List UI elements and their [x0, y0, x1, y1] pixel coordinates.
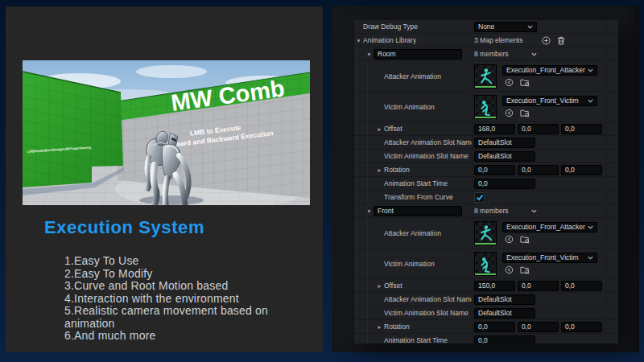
property-value-cell: DefaultSlot — [472, 293, 605, 306]
property-name-cell: ▾Animation Library — [354, 34, 472, 47]
property-row: ▸Rotation0,00,00,0 — [354, 320, 618, 334]
property-row: ▾Animation Library3 Map elements — [354, 34, 618, 47]
vector-component-input[interactable]: 0,0 — [474, 165, 515, 175]
asset-thumbnail[interactable] — [474, 64, 497, 88]
property-name-cell: Attacker Animation Slot Name — [354, 293, 472, 306]
vector-component-input[interactable]: 150,0 — [474, 281, 515, 291]
asset-name: Execution_Front_Victim — [506, 97, 579, 105]
asset-thumbnail[interactable] — [474, 221, 497, 245]
indent-guide — [357, 218, 365, 248]
map-elements-count: 3 Map elements — [474, 36, 522, 44]
asset-thumbnail[interactable] — [474, 252, 497, 276]
indent-guide — [357, 204, 365, 217]
text-value-input[interactable]: DefaultSlot — [474, 138, 535, 148]
property-row: Transform From Curve — [354, 191, 618, 204]
vector-component-input[interactable]: 0,0 — [561, 322, 602, 332]
figures-shadow — [139, 195, 204, 205]
text-value-input[interactable]: DefaultSlot — [474, 294, 535, 305]
browse-to-asset-icon[interactable] — [520, 235, 530, 244]
row-right-gutter — [605, 320, 618, 333]
vector-component-input[interactable]: 0,0 — [474, 322, 515, 332]
property-row: ▾Room8 members — [354, 47, 618, 61]
property-value-cell: 8 members — [472, 204, 605, 217]
property-label: Victim Animation Slot Name — [384, 152, 469, 160]
members-dropdown[interactable]: 8 members — [474, 50, 537, 58]
property-value-cell: DefaultSlot — [472, 136, 605, 149]
row-right-gutter — [605, 293, 618, 306]
property-value-cell: 0,00,00,0 — [472, 163, 605, 176]
vector-component-input[interactable]: 168,0 — [474, 124, 515, 134]
vector-component-input[interactable]: 0,0 — [561, 165, 602, 175]
feature-item: 1.Easy To Use — [64, 255, 308, 268]
property-row: Animation Start Time0,0 — [354, 334, 618, 343]
text-value-input[interactable]: DefaultSlot — [474, 308, 535, 319]
property-row: Attacker Animation Slot NameDefaultSlot — [354, 136, 618, 150]
expander-down-icon[interactable]: ▾ — [354, 37, 363, 44]
vector-component-input[interactable]: 0,0 — [518, 165, 559, 175]
vector-component-input[interactable]: 0,0 — [561, 281, 602, 291]
vector-component-input[interactable]: 0,0 — [518, 281, 559, 291]
property-name-cell: ▾Room — [354, 47, 472, 60]
use-selected-asset-icon[interactable] — [505, 235, 514, 244]
expander-right-icon[interactable]: ▸ — [375, 125, 384, 133]
browse-to-asset-icon[interactable] — [520, 265, 530, 274]
indent-guide — [367, 293, 375, 306]
expander-down-icon[interactable]: ▾ — [365, 51, 374, 58]
indent-guide — [367, 61, 375, 91]
indent-guide — [357, 334, 365, 343]
property-label: Offset — [384, 282, 402, 290]
vector-component-input[interactable]: 0,0 — [518, 322, 559, 332]
asset-dropdown[interactable]: Execution_Front_Victim — [502, 96, 597, 106]
asset-dropdown[interactable]: Execution_Front_Attacker — [502, 65, 597, 76]
vector-component-input[interactable]: 0,0 — [561, 124, 602, 134]
asset-dropdown[interactable]: Execution_Front_Attacker — [502, 222, 597, 232]
asset-picker: Execution_Front_Victim — [502, 96, 597, 117]
property-row: Draw Debug TypeNone — [354, 20, 618, 34]
text-value-input[interactable]: 0,0 — [474, 335, 535, 344]
asset-picker: Execution_Front_Victim — [502, 253, 597, 274]
indent-guide — [357, 150, 365, 162]
property-value-cell: 168,00,00,0 — [472, 122, 605, 135]
row-right-gutter — [605, 191, 618, 204]
use-selected-asset-icon[interactable] — [505, 109, 514, 117]
feature-list: 1.Easy To Use2.Easy To Modify3.Curve and… — [64, 255, 308, 343]
property-value-cell: 0,0 — [472, 334, 605, 343]
feature-item: 4.Interaction with the environment — [64, 293, 308, 306]
property-row: Attacker Animation Slot NameDefaultSlot — [354, 293, 618, 306]
property-label: Transform From Curve — [384, 193, 453, 201]
property-row: Attacker AnimationExecution_Front_Attack… — [354, 61, 618, 92]
expander-right-icon[interactable]: ▸ — [375, 323, 384, 331]
property-row: Animation Start Time0,0 — [354, 177, 618, 191]
draw-debug-type-dropdown[interactable]: None — [474, 22, 537, 32]
text-value-input[interactable]: 0,0 — [474, 179, 535, 189]
map-key-input[interactable]: Room — [374, 49, 462, 60]
expander-right-icon[interactable]: ▸ — [375, 282, 384, 290]
feature-item: 2.Easy To Modify — [64, 268, 308, 281]
vector-component-input[interactable]: 0,0 — [518, 124, 559, 134]
property-label: Animation Start Time — [384, 336, 448, 343]
transform-from-curve-checkbox[interactable] — [474, 192, 485, 203]
members-count-label: 8 members — [474, 207, 509, 215]
members-dropdown[interactable]: 8 members — [474, 207, 537, 215]
row-right-gutter — [605, 204, 618, 217]
use-selected-asset-icon[interactable] — [505, 265, 514, 274]
browse-to-asset-icon[interactable] — [520, 109, 530, 117]
delete-elements-icon[interactable] — [557, 36, 565, 45]
property-label: Animation Start Time — [384, 179, 448, 187]
text-value-input[interactable]: DefaultSlot — [474, 151, 535, 162]
asset-dropdown[interactable]: Execution_Front_Victim — [502, 253, 597, 263]
expander-right-icon[interactable]: ▸ — [375, 167, 384, 174]
property-name-cell: Victim Animation — [354, 249, 472, 278]
indent-guide — [367, 320, 375, 333]
add-element-icon[interactable] — [542, 36, 551, 45]
screenshot-stage: MW Comb LMB to Execute Forward and Backw… — [0, 0, 644, 362]
property-label: Victim Animation — [384, 103, 435, 111]
asset-thumbnail[interactable] — [474, 95, 497, 119]
map-key-input[interactable]: Front — [374, 206, 462, 216]
use-selected-asset-icon[interactable] — [505, 78, 514, 87]
expander-down-icon[interactable]: ▾ — [365, 208, 374, 215]
feature-item: 3.Curve and Root Motion based — [64, 280, 308, 293]
indent-guide — [367, 218, 375, 248]
browse-to-asset-icon[interactable] — [520, 78, 530, 87]
chevron-down-icon — [588, 97, 593, 105]
